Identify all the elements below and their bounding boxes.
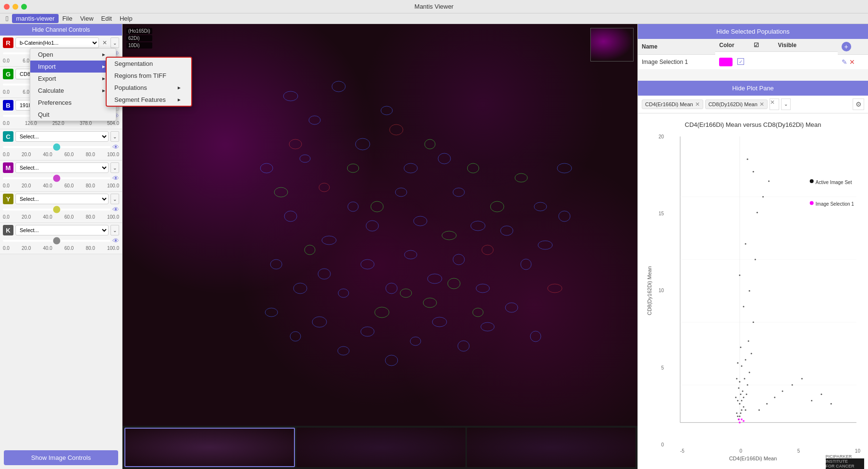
help-menu-item[interactable]: Help [116, 14, 136, 23]
plot-clear-btn[interactable]: ✕ [770, 99, 779, 110]
channel-slider-cyan[interactable] [3, 146, 110, 148]
channel-arrow-black[interactable]: ⌄ [110, 225, 119, 235]
channel-arrow-red[interactable]: ⌄ [110, 37, 119, 48]
channel-slider-yellow[interactable] [3, 209, 110, 210]
menu-bar:  mantis-viewer File View Edit Help [0, 13, 868, 24]
channel-badge-green: G [3, 69, 13, 79]
channel-visibility-magenta[interactable]: 👁 [112, 174, 119, 182]
channel-badge-yellow: Y [3, 194, 13, 204]
minimize-button[interactable] [12, 4, 18, 10]
population-actions: ✎ ✕ [838, 55, 868, 69]
edit-population-btn[interactable]: ✎ [842, 58, 847, 66]
svg-point-19 [361, 259, 374, 269]
svg-point-109 [766, 403, 768, 404]
filmstrip-item-3[interactable] [467, 428, 636, 467]
svg-point-37 [432, 317, 447, 327]
show-image-controls-btn[interactable]: Show Image Controls [4, 450, 118, 465]
channel-visibility-yellow[interactable]: 👁 [112, 206, 119, 213]
file-menu-item[interactable]: File [59, 14, 76, 23]
channel-select-yellow[interactable]: Select... [15, 194, 109, 204]
submenu-segmentation[interactable]: Segmentation [107, 58, 191, 70]
scatter-plot: CD4(Er166Di) Mean versus CD8(Dy162Di) Me… [638, 113, 868, 469]
title-bar: Mantis Viewer [0, 0, 868, 13]
svg-point-10 [348, 202, 358, 211]
y-axis-label: CD8(Dy162Di) Mean [647, 266, 652, 315]
center-image-area[interactable]: (Ho165Di) 62Di) 10Di) [122, 24, 637, 469]
channel-visibility-black[interactable]: 👁 [112, 237, 119, 245]
y-axis-label-container: CD8(Dy162Di) Mean [646, 134, 653, 448]
svg-point-21 [404, 250, 417, 259]
svg-point-84 [735, 396, 736, 398]
svg-point-63 [548, 284, 562, 293]
minimap-labels: (Ho165Di) 62Di) 10Di) [126, 28, 152, 49]
menu-export[interactable]: Export ► [30, 73, 116, 85]
channel-remove-red[interactable]: ✕ [101, 39, 109, 47]
app-menu-item[interactable]: mantis-viewer [12, 14, 58, 23]
filmstrip-item-1[interactable] [124, 428, 295, 467]
fullscreen-button[interactable] [21, 4, 27, 10]
apple-menu-item[interactable]:  [2, 13, 12, 24]
y-tick-20: 20 [659, 134, 664, 139]
svg-point-79 [739, 403, 740, 404]
edit-menu-item[interactable]: Edit [98, 14, 116, 23]
channel-item-yellow: Y Select... ⌄ 👁 0.020.040.060.080.0100.0 [0, 192, 122, 223]
plot-settings-btn[interactable]: ⚙ [853, 99, 864, 110]
channel-select-red[interactable]: b-Catenin(Ho1... [15, 37, 99, 48]
svg-point-106 [762, 196, 764, 197]
channel-visibility-cyan[interactable]: 👁 [112, 143, 119, 151]
svg-point-40 [505, 303, 518, 312]
menu-calculate[interactable]: Calculate ► [30, 85, 116, 97]
svg-point-77 [736, 412, 737, 414]
menu-open[interactable]: Open ► [30, 49, 116, 61]
svg-point-103 [755, 259, 756, 260]
y-tick-10: 10 [659, 288, 664, 293]
y-tick-0: 0 [661, 442, 664, 447]
channel-arrow-magenta[interactable]: ⌄ [110, 162, 119, 173]
hide-plot-pane-btn[interactable]: Hide Plot Pane [638, 81, 868, 96]
submenu-segment-features[interactable]: Segment Features ► [107, 94, 191, 106]
channel-badge-magenta: M [3, 162, 13, 173]
svg-point-57 [448, 278, 460, 289]
delete-population-btn[interactable]: ✕ [849, 58, 855, 66]
svg-point-5 [355, 138, 370, 150]
close-button[interactable] [4, 4, 10, 10]
svg-point-98 [748, 340, 749, 342]
microscopy-image[interactable]: (Ho165Di) 62Di) 10Di) [122, 24, 637, 426]
svg-point-50 [467, 163, 479, 173]
channel-arrow-yellow[interactable]: ⌄ [110, 194, 119, 204]
svg-point-58 [473, 308, 483, 317]
menu-import[interactable]: Import ► [30, 61, 116, 73]
plot-tag-cd4-remove[interactable]: ✕ [695, 101, 700, 108]
channel-slider-magenta[interactable] [3, 177, 110, 179]
hide-channel-controls-btn[interactable]: Hide Channel Controls [0, 24, 122, 36]
plot-tag-cd8: CD8(Dy162Di) Mean ✕ [705, 99, 768, 109]
hide-populations-btn[interactable]: Hide Selected Populations [638, 24, 868, 39]
plot-tag-cd8-remove[interactable]: ✕ [759, 101, 764, 108]
svg-point-80 [741, 400, 742, 401]
population-visible-checkbox[interactable]: ✓ [737, 58, 744, 65]
menu-quit[interactable]: Quit [30, 109, 116, 121]
submenu-populations[interactable]: Populations ► [107, 82, 191, 94]
cell-outlines-svg [122, 24, 637, 426]
svg-point-27 [538, 241, 552, 249]
svg-point-110 [774, 396, 775, 398]
channel-arrow-cyan[interactable]: ⌄ [110, 131, 119, 142]
menu-preferences[interactable]: Preferences [30, 97, 116, 109]
filmstrip [122, 426, 637, 469]
channel-slider-black[interactable] [3, 240, 110, 242]
filmstrip-item-2[interactable] [296, 428, 465, 467]
submenu-regions-from-tiff[interactable]: Regions from TIFF [107, 70, 191, 82]
svg-point-88 [747, 384, 748, 385]
svg-point-14 [438, 153, 451, 164]
add-population-btn[interactable]: + [842, 42, 851, 51]
channel-select-black[interactable]: Select... [15, 225, 109, 235]
channel-select-cyan[interactable]: Select... [15, 131, 109, 142]
view-menu-item[interactable]: View [76, 14, 98, 23]
svg-point-38 [458, 341, 469, 351]
populations-col-add[interactable]: + [838, 39, 868, 55]
svg-point-47 [371, 201, 383, 212]
svg-point-12 [395, 188, 407, 197]
plot-dropdown-btn[interactable]: ⌄ [781, 99, 791, 110]
channel-select-magenta[interactable]: Select... [15, 162, 109, 173]
x-tick-5: 5 [797, 448, 800, 454]
